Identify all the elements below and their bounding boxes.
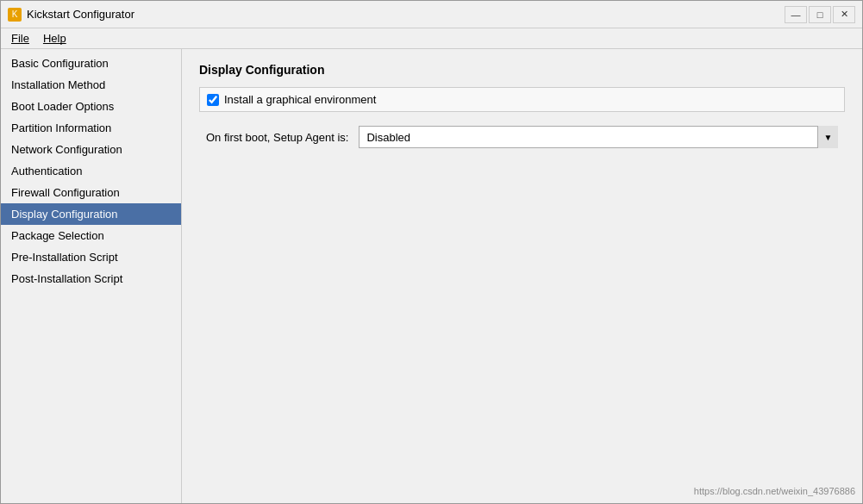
setup-agent-row: On first boot, Setup Agent is: DisabledE… <box>199 122 845 152</box>
title-bar: K Kickstart Configurator — □ ✕ <box>1 1 862 28</box>
sidebar-item-display-configuration[interactable]: Display Configuration <box>1 203 181 225</box>
menu-file[interactable]: File <box>4 30 36 47</box>
app-icon: K <box>8 8 22 22</box>
watermark: https://blog.csdn.net/weixin_43976886 <box>694 486 855 496</box>
setup-agent-label: On first boot, Setup Agent is: <box>206 131 348 144</box>
menu-help[interactable]: Help <box>36 30 73 47</box>
sidebar-item-installation-method[interactable]: Installation Method <box>1 74 181 96</box>
minimize-button[interactable]: — <box>785 6 807 23</box>
content-area: Basic ConfigurationInstallation MethodBo… <box>1 49 862 503</box>
menu-bar: File Help <box>1 28 862 49</box>
sidebar-item-network-configuration[interactable]: Network Configuration <box>1 139 181 160</box>
sidebar-item-partition-information[interactable]: Partition Information <box>1 117 181 139</box>
sidebar-item-authentication[interactable]: Authentication <box>1 160 181 182</box>
sidebar-item-pre-installation-script[interactable]: Pre-Installation Script <box>1 246 181 268</box>
maximize-button[interactable]: □ <box>809 6 831 23</box>
window-controls: — □ ✕ <box>785 6 855 23</box>
sidebar-item-post-installation-script[interactable]: Post-Installation Script <box>1 268 181 289</box>
graphical-env-row: Install a graphical environment <box>199 87 845 112</box>
main-panel: Display Configuration Install a graphica… <box>182 49 862 503</box>
close-button[interactable]: ✕ <box>833 6 855 23</box>
sidebar-item-basic-configuration[interactable]: Basic Configuration <box>1 53 181 74</box>
title-bar-left: K Kickstart Configurator <box>8 8 134 22</box>
panel-title: Display Configuration <box>199 63 845 77</box>
window-title: Kickstart Configurator <box>27 8 134 21</box>
graphical-env-label: Install a graphical environment <box>224 93 376 106</box>
sidebar: Basic ConfigurationInstallation MethodBo… <box>1 49 182 503</box>
graphical-env-checkbox[interactable] <box>207 94 219 106</box>
sidebar-item-boot-loader-options[interactable]: Boot Loader Options <box>1 96 181 117</box>
setup-agent-select[interactable]: DisabledEnabledEnabled, but not enforced <box>359 126 838 148</box>
sidebar-item-package-selection[interactable]: Package Selection <box>1 225 181 246</box>
main-window: K Kickstart Configurator — □ ✕ File Help… <box>0 0 863 504</box>
setup-agent-dropdown-wrapper: DisabledEnabledEnabled, but not enforced… <box>359 126 838 148</box>
sidebar-item-firewall-configuration[interactable]: Firewall Configuration <box>1 182 181 203</box>
